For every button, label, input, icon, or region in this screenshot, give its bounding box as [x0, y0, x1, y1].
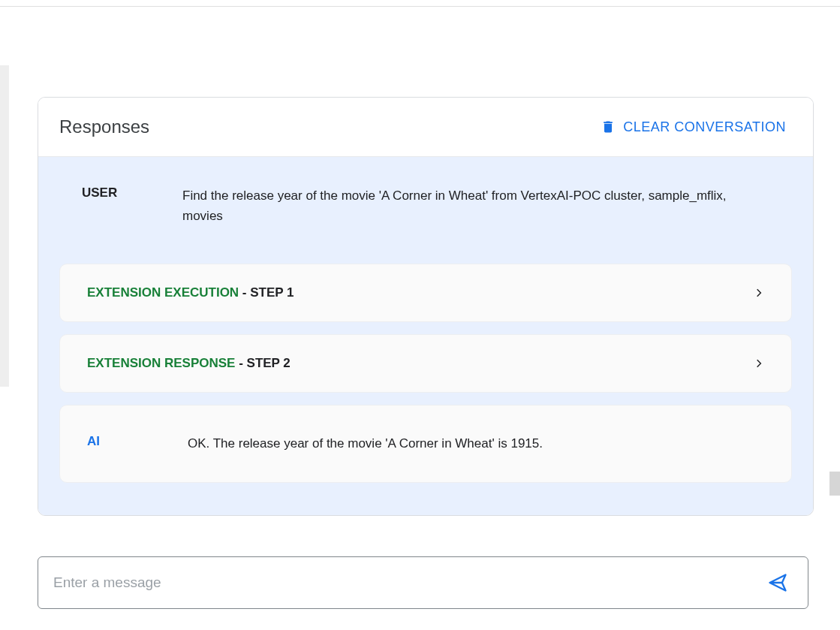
step-black-label: STEP 1	[250, 285, 294, 300]
scrollbar-thumb[interactable]	[829, 472, 840, 496]
send-button[interactable]	[763, 568, 793, 598]
ai-message-text: OK. The release year of the movie 'A Cor…	[188, 434, 764, 454]
clear-button-label: CLEAR CONVERSATION	[623, 119, 786, 135]
step-separator: -	[235, 356, 246, 370]
user-message-text: Find the release year of the movie 'A Co…	[182, 185, 792, 226]
extension-response-step[interactable]: EXTENSION RESPONSE - STEP 2	[59, 334, 792, 393]
step-green-label: EXTENSION EXECUTION	[87, 285, 239, 300]
chevron-right-icon	[754, 358, 764, 369]
step-green-label: EXTENSION RESPONSE	[87, 356, 235, 370]
step-separator: -	[239, 285, 250, 300]
responses-title: Responses	[59, 116, 149, 137]
responses-body[interactable]: USER Find the release year of the movie …	[38, 157, 813, 515]
send-icon	[767, 572, 788, 593]
responses-panel: Responses CLEAR CONVERSATION USER Find t…	[38, 97, 814, 516]
step-title: EXTENSION RESPONSE - STEP 2	[87, 356, 291, 371]
step-black-label: STEP 2	[247, 356, 291, 370]
ai-response-card: AI OK. The release year of the movie 'A …	[59, 405, 792, 483]
message-input-container	[38, 556, 808, 609]
message-input[interactable]	[53, 574, 763, 591]
trash-icon	[601, 119, 616, 135]
user-message-row: USER Find the release year of the movie …	[38, 157, 813, 264]
user-label: USER	[82, 185, 164, 226]
ai-label: AI	[87, 434, 170, 454]
clear-conversation-button[interactable]: CLEAR CONVERSATION	[595, 116, 792, 138]
extension-execution-step[interactable]: EXTENSION EXECUTION - STEP 1	[59, 264, 792, 322]
side-panel-stub	[0, 65, 9, 387]
top-divider	[0, 6, 840, 7]
responses-header: Responses CLEAR CONVERSATION	[38, 98, 813, 157]
chevron-right-icon	[754, 288, 764, 298]
step-title: EXTENSION EXECUTION - STEP 1	[87, 285, 294, 300]
main-container: Responses CLEAR CONVERSATION USER Find t…	[9, 65, 840, 630]
